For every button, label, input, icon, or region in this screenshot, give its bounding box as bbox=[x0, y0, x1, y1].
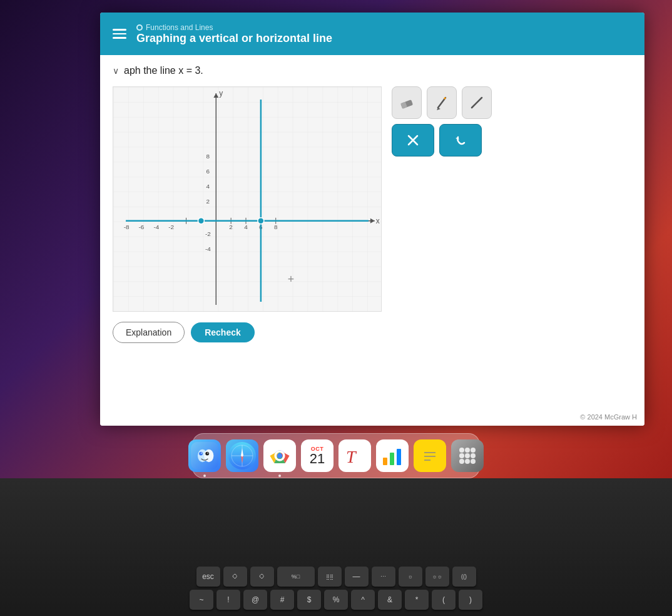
svg-text:6: 6 bbox=[206, 168, 210, 175]
line-tool-button[interactable] bbox=[462, 86, 492, 119]
key-4[interactable]: $ bbox=[297, 590, 321, 610]
chrome-icon bbox=[268, 444, 292, 468]
screen: Functions and Lines Graphing a vertical … bbox=[100, 13, 644, 426]
calendar-day: 21 bbox=[310, 452, 325, 466]
key-f2[interactable]: 🌣 bbox=[250, 567, 274, 587]
svg-text:T: T bbox=[346, 447, 357, 466]
svg-text:+: + bbox=[288, 273, 294, 285]
coordinate-graph[interactable]: x y -8 -6 -4 -2 2 4 6 8 8 bbox=[113, 87, 381, 311]
svg-text:x: x bbox=[376, 217, 380, 225]
svg-point-46 bbox=[199, 452, 203, 456]
key-tilde[interactable]: ~ bbox=[190, 590, 213, 610]
dock-item-finder[interactable] bbox=[188, 439, 221, 472]
clear-button[interactable] bbox=[392, 124, 434, 157]
menu-button[interactable] bbox=[110, 26, 129, 41]
notes-icon bbox=[418, 444, 442, 468]
svg-point-74 bbox=[471, 453, 476, 458]
svg-point-71 bbox=[471, 448, 476, 453]
key-f9[interactable]: (() bbox=[452, 567, 476, 587]
svg-point-76 bbox=[465, 459, 470, 464]
svg-point-60 bbox=[277, 453, 283, 459]
svg-rect-63 bbox=[390, 453, 394, 465]
key-7[interactable]: & bbox=[378, 590, 402, 610]
svg-text:y: y bbox=[219, 89, 223, 98]
chevron-icon[interactable]: ∨ bbox=[113, 66, 119, 76]
key-5[interactable]: % bbox=[324, 590, 348, 610]
problem-prompt: aph the line x = 3. bbox=[124, 65, 203, 76]
content-area: ∨ aph the line x = 3. bbox=[100, 55, 644, 426]
svg-point-31 bbox=[258, 218, 264, 224]
key-f1[interactable]: 🌣 bbox=[223, 567, 247, 587]
key-f6[interactable]: ⋯ bbox=[372, 567, 395, 587]
dock-item-safari[interactable] bbox=[226, 439, 258, 472]
tools-row-2 bbox=[392, 124, 492, 157]
key-2[interactable]: @ bbox=[243, 590, 267, 610]
key-esc[interactable]: esc bbox=[196, 567, 220, 587]
key-f3[interactable]: %□ bbox=[277, 567, 315, 587]
pencil-button[interactable] bbox=[427, 86, 457, 119]
svg-text:2: 2 bbox=[206, 198, 210, 205]
problem-statement: ∨ aph the line x = 3. bbox=[113, 65, 632, 76]
dock-item-calendar[interactable]: OCT 21 bbox=[301, 439, 333, 472]
header-text: Functions and Lines Graphing a vertical … bbox=[136, 23, 332, 45]
tools-row-1 bbox=[392, 86, 492, 119]
key-f4[interactable]: ⣿⣿ bbox=[318, 567, 342, 587]
key-f8[interactable]: ☼☼ bbox=[425, 567, 449, 587]
eraser-button[interactable] bbox=[392, 86, 422, 119]
header-subtitle-text: Functions and Lines bbox=[146, 23, 213, 32]
dock-item-charts[interactable] bbox=[376, 439, 409, 472]
keyboard: esc 🌣 🌣 %□ ⣿⣿ — ⋯ ☼ ☼☼ (() ~ ! @ # $ % ^… bbox=[0, 478, 672, 616]
problem-text: aph the line x = 3. bbox=[124, 65, 203, 76]
dock-item-chrome[interactable] bbox=[263, 439, 296, 472]
svg-text:2: 2 bbox=[229, 223, 233, 230]
charts-icon bbox=[380, 444, 404, 468]
svg-point-75 bbox=[459, 459, 464, 464]
graph-container: x y -8 -6 -4 -2 2 4 6 8 8 bbox=[113, 86, 632, 312]
svg-text:-4: -4 bbox=[205, 245, 211, 252]
svg-text:-2: -2 bbox=[168, 223, 174, 230]
svg-line-38 bbox=[444, 98, 445, 99]
svg-point-69 bbox=[459, 448, 464, 453]
svg-point-70 bbox=[465, 448, 470, 453]
undo-button[interactable] bbox=[439, 124, 482, 157]
svg-text:8: 8 bbox=[206, 153, 210, 160]
dock-item-font[interactable]: T bbox=[339, 439, 371, 472]
graph-panel[interactable]: x y -8 -6 -4 -2 2 4 6 8 8 bbox=[113, 86, 382, 312]
finder-icon bbox=[191, 442, 218, 470]
dock-item-notes[interactable] bbox=[414, 439, 446, 472]
key-6[interactable]: ^ bbox=[351, 590, 375, 610]
recheck-button[interactable]: Recheck bbox=[191, 322, 255, 342]
svg-rect-2 bbox=[113, 87, 381, 311]
key-1[interactable]: ! bbox=[216, 590, 240, 610]
svg-line-39 bbox=[472, 98, 482, 108]
status-circle-icon bbox=[136, 24, 143, 31]
key-f5[interactable]: — bbox=[345, 567, 369, 587]
key-0[interactable]: ) bbox=[459, 590, 482, 610]
font-icon: T bbox=[343, 444, 367, 468]
key-9[interactable]: ( bbox=[432, 590, 456, 610]
dock-item-launchpad[interactable] bbox=[451, 439, 484, 472]
chrome-dot bbox=[278, 475, 281, 477]
header-subtitle: Functions and Lines bbox=[136, 23, 332, 32]
launchpad-icon bbox=[456, 444, 479, 468]
header-title: Graphing a vertical or horizontal line bbox=[136, 32, 332, 45]
svg-line-36 bbox=[438, 98, 445, 108]
svg-point-49 bbox=[207, 453, 208, 454]
action-buttons: Explanation Recheck bbox=[113, 322, 632, 343]
safari-icon bbox=[228, 442, 256, 470]
explanation-button[interactable]: Explanation bbox=[113, 322, 185, 343]
svg-point-32 bbox=[198, 218, 204, 224]
copyright-text: © 2024 McGraw H bbox=[580, 413, 637, 421]
header-bar: Functions and Lines Graphing a vertical … bbox=[100, 13, 644, 55]
svg-point-72 bbox=[459, 453, 464, 458]
svg-text:4: 4 bbox=[206, 183, 210, 190]
key-8[interactable]: * bbox=[405, 590, 429, 610]
svg-point-73 bbox=[465, 453, 470, 458]
svg-point-48 bbox=[201, 453, 202, 454]
keyboard-row-numbers: ~ ! @ # $ % ^ & * ( ) bbox=[190, 590, 482, 610]
svg-point-77 bbox=[471, 459, 476, 464]
keyboard-row-function: esc 🌣 🌣 %□ ⣿⣿ — ⋯ ☼ ☼☼ (() bbox=[196, 567, 476, 587]
key-3[interactable]: # bbox=[270, 590, 294, 610]
svg-marker-37 bbox=[437, 108, 440, 110]
key-f7[interactable]: ☼ bbox=[399, 567, 422, 587]
